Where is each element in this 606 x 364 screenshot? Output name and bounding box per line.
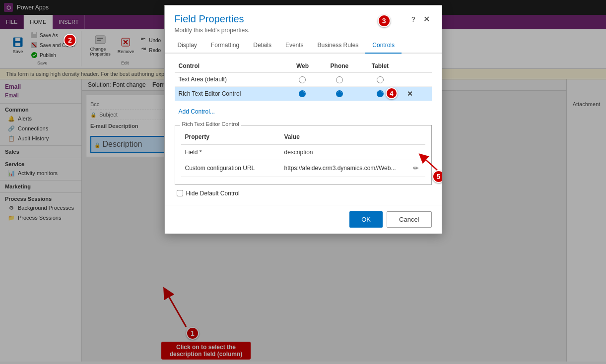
field-prop-label: Field * <box>181 144 280 160</box>
annot-circle-4: 4 <box>386 87 398 99</box>
textarea-tablet-radio[interactable] <box>360 73 400 87</box>
col-phone: Phone <box>319 60 360 73</box>
col-control: Control <box>175 60 286 73</box>
rte-props-table: Property Value Field * description <box>181 131 425 177</box>
modal-help-button[interactable]: ? <box>409 14 417 24</box>
col-tablet: Tablet <box>360 60 400 73</box>
value-header: Value <box>280 131 408 145</box>
annot5-group: 5 <box>432 170 442 183</box>
field-prop-value: description <box>280 144 408 160</box>
modal-header: Field Properties Modify this field's pro… <box>165 5 442 38</box>
rte-prop-url: Custom configuration URL https://afeidev… <box>181 160 425 176</box>
col-web: Web <box>286 60 319 73</box>
textarea-web-radio[interactable] <box>286 73 319 87</box>
hide-default-checkbox[interactable] <box>177 190 183 196</box>
modal-header-actions: 3 ? ✕ <box>405 13 432 25</box>
rte-section-legend: Rich Text Editor Control <box>180 121 241 127</box>
radio-web-textarea[interactable] <box>299 76 306 83</box>
radio-web-rte[interactable] <box>299 90 306 97</box>
rte-remove[interactable]: ✕ <box>400 86 432 101</box>
annot5-arrow <box>417 153 442 173</box>
tab-formatting[interactable]: Formatting <box>204 38 246 54</box>
tab-controls[interactable]: Controls <box>365 38 402 54</box>
modal-title: Field Properties <box>175 13 250 25</box>
radio-tablet-rte[interactable]: 4 <box>377 90 384 97</box>
rte-phone-radio[interactable] <box>319 86 360 101</box>
radio-tablet-textarea[interactable] <box>377 76 384 83</box>
ok-button[interactable]: OK <box>349 211 383 228</box>
textarea-name: Text Area (default) <box>175 73 286 87</box>
modal-footer: OK Cancel <box>165 205 442 234</box>
rte-prop-field: Field * description <box>181 144 425 160</box>
rte-tablet-radio[interactable]: 4 <box>360 86 400 101</box>
modal-body: Control Web Phone Tablet Text Area (defa… <box>165 54 442 205</box>
rte-section: Rich Text Editor Control Property Value <box>175 125 432 185</box>
rte-name: Rich Text Editor Control <box>175 86 286 101</box>
radio-phone-textarea[interactable] <box>336 76 343 83</box>
modal-overlay: Field Properties Modify this field's pro… <box>0 0 606 364</box>
tab-events[interactable]: Events <box>278 38 311 54</box>
annot-circle-3: 3 <box>378 14 391 27</box>
modal-subtitle: Modify this field's properties. <box>175 27 250 34</box>
field-properties-modal: Field Properties Modify this field's pro… <box>164 5 442 234</box>
radio-phone-rte[interactable] <box>336 90 343 97</box>
tab-business-rules[interactable]: Business Rules <box>311 38 366 54</box>
textarea-actions <box>400 73 432 87</box>
prop-header: Property <box>181 131 280 145</box>
tab-details[interactable]: Details <box>246 38 278 54</box>
svg-line-22 <box>422 157 437 170</box>
rte-section-wrapper: Rich Text Editor Control Property Value <box>175 125 432 185</box>
cancel-button[interactable]: Cancel <box>387 211 431 228</box>
tab-bar: Display Formatting Details Events Busine… <box>165 38 442 54</box>
add-control-link[interactable]: Add Control... <box>179 108 215 115</box>
rte-web-radio[interactable] <box>286 86 319 101</box>
table-row-textarea: Text Area (default) <box>175 73 432 87</box>
hide-default-label: Hide Default Control <box>186 190 240 197</box>
hide-default-row: Hide Default Control <box>175 185 432 199</box>
textarea-phone-radio[interactable] <box>319 73 360 87</box>
action-header <box>408 131 425 145</box>
col-actions <box>400 60 432 73</box>
controls-table: Control Web Phone Tablet Text Area (defa… <box>175 60 432 101</box>
table-row-rte: Rich Text Editor Control 4 ✕ <box>175 86 432 101</box>
tab-display[interactable]: Display <box>171 38 204 54</box>
modal-header-content: Field Properties Modify this field's pro… <box>175 13 250 34</box>
url-prop-edit[interactable]: ✏ 5 <box>408 160 425 176</box>
remove-rte-button[interactable]: ✕ <box>404 89 416 99</box>
modal-close-button[interactable]: ✕ <box>421 13 432 25</box>
url-prop-label: Custom configuration URL <box>181 160 280 176</box>
url-prop-value: https://afeidev.crm3.dynamics.com//Web..… <box>280 160 408 176</box>
